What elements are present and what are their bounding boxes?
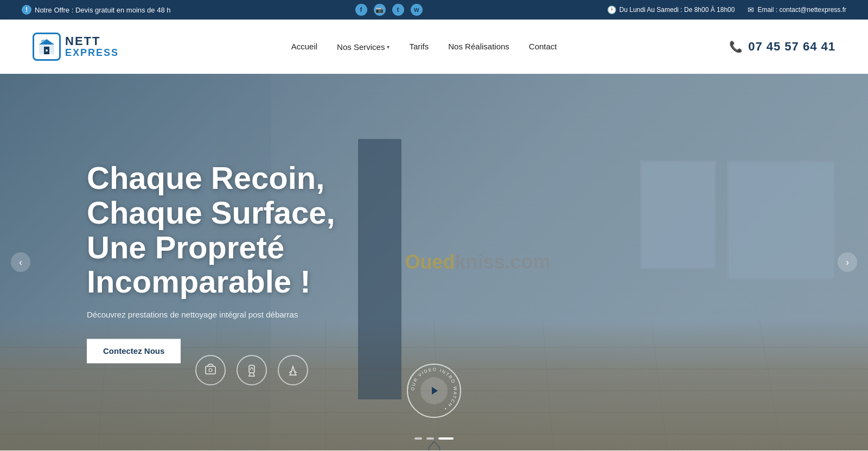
hero-subtitle: Découvrez prestations de nettoyage intég… <box>87 310 335 320</box>
nav-contact[interactable]: Contact <box>529 42 557 52</box>
svg-rect-18 <box>249 365 254 373</box>
video-button[interactable]: OUR VIDEO INTRO WATCH • <box>407 364 461 418</box>
logo-nett: NETT <box>65 35 119 48</box>
email-icon: ✉ <box>748 5 754 14</box>
carousel-prev-button[interactable]: ‹ <box>11 252 30 272</box>
chevron-down-icon: ▾ <box>387 44 390 50</box>
carousel-dot-1[interactable] <box>414 437 422 440</box>
logo-icon <box>33 33 61 61</box>
top-bar: ! Notre Offre : Devis gratuit en moins d… <box>0 0 868 20</box>
offer-section: ! Notre Offre : Devis gratuit en moins d… <box>22 5 171 15</box>
offer-text: Notre Offre : Devis gratuit en moins de … <box>35 6 171 14</box>
arrow-right-icon: › <box>846 257 849 268</box>
scroll-hint-icon: ⌂ <box>426 431 442 450</box>
svg-text:OUR VIDEO INTRO WATCH •: OUR VIDEO INTRO WATCH • <box>410 367 457 411</box>
hero-title-line3: Une Propreté <box>87 230 284 265</box>
instagram-icon[interactable]: 📷 <box>374 4 386 16</box>
nav-services-label: Nos Services <box>337 42 385 52</box>
phone-section: 📞 07 45 57 64 41 <box>729 40 835 54</box>
service-icon-1 <box>195 355 226 385</box>
hero-title: Chaque Recoin, Chaque Surface, Une Propr… <box>87 161 335 299</box>
social-links: f 📷 t w <box>355 4 423 16</box>
nav-links: Accueil Nos Services ▾ Tarifs Nos Réalis… <box>291 42 557 52</box>
arrow-left-icon: ‹ <box>19 257 22 268</box>
nav-accueil[interactable]: Accueil <box>291 42 317 52</box>
hero-content: Chaque Recoin, Chaque Surface, Une Propr… <box>87 161 335 363</box>
navbar: NETT EXPRESS Accueil Nos Services ▾ Tari… <box>0 20 868 74</box>
info-icon: ! <box>22 5 31 15</box>
hero-title-line1: Chaque Recoin, <box>87 160 324 195</box>
contact-info: 🕐 Du Lundi Au Samedi : De 8h00 À 18h00 ✉… <box>607 5 846 14</box>
email-info: ✉ Email : contact@nettexpress.fr <box>748 5 846 14</box>
nav-realisations[interactable]: Nos Réalisations <box>448 42 509 52</box>
clock-icon: 🕐 <box>607 5 616 14</box>
logo-text: NETT EXPRESS <box>65 35 119 59</box>
phone-icon: 📞 <box>729 40 743 53</box>
hours-text: Du Lundi Au Samedi : De 8h00 À 18h00 <box>620 6 735 14</box>
nav-tarifs[interactable]: Tarifs <box>409 42 429 52</box>
twitter-icon[interactable]: t <box>392 4 404 16</box>
nav-services[interactable]: Nos Services ▾ <box>337 42 390 52</box>
logo[interactable]: NETT EXPRESS <box>33 33 119 61</box>
svg-marker-1 <box>39 39 54 45</box>
cta-button[interactable]: Contectez Nous <box>87 339 181 364</box>
phone-number: 07 45 57 64 41 <box>748 40 835 54</box>
hours-info: 🕐 Du Lundi Au Samedi : De 8h00 À 18h00 <box>607 5 735 14</box>
service-icon-3 <box>278 355 308 385</box>
facebook-icon[interactable]: f <box>355 4 367 16</box>
logo-express: EXPRESS <box>65 48 119 59</box>
hero-title-line4: Incomparable ! <box>87 264 311 300</box>
service-icon-2 <box>237 355 267 385</box>
svg-rect-16 <box>206 366 215 374</box>
whatsapp-icon[interactable]: w <box>411 4 423 16</box>
carousel-next-button[interactable]: › <box>838 252 857 272</box>
email-text: Email : contact@nettexpress.fr <box>757 6 846 14</box>
svg-point-3 <box>46 49 48 52</box>
hero-section: Ouedkniss.com Chaque Recoin, Chaque Surf… <box>0 74 868 450</box>
hero-title-line2: Chaque Surface, <box>87 195 335 230</box>
hero-service-icons <box>195 355 308 385</box>
svg-point-17 <box>209 369 212 372</box>
